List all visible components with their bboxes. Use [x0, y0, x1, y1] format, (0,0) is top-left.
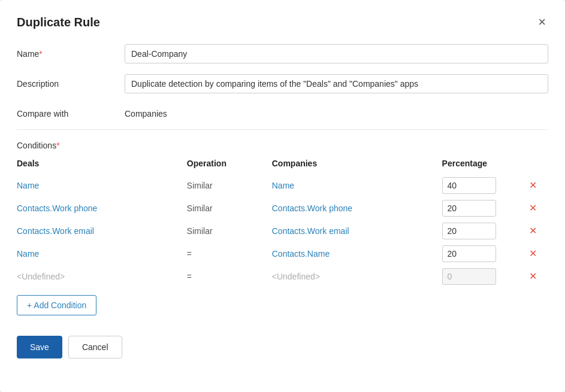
duplicate-rule-modal: Duplicate Rule × Name* Description Compa…: [0, 0, 565, 392]
delete-condition-button[interactable]: ✕: [527, 226, 539, 236]
col-header-deals: Deals: [17, 159, 187, 174]
table-row: <Undefined>=<Undefined>✕: [17, 265, 548, 288]
name-input[interactable]: [125, 44, 548, 63]
description-row: Description: [17, 74, 548, 93]
percentage-input[interactable]: [442, 245, 496, 262]
percentage-input[interactable]: [442, 268, 496, 285]
col-header-action: [527, 159, 548, 174]
deals-field-value[interactable]: Name: [17, 249, 39, 259]
col-header-percentage: Percentage: [442, 159, 527, 174]
description-label: Description: [17, 74, 125, 89]
delete-condition-button[interactable]: ✕: [527, 272, 539, 281]
modal-header: Duplicate Rule ×: [17, 14, 548, 30]
compare-with-row: Compare with Companies: [17, 104, 548, 118]
conditions-label: Conditions*: [17, 141, 548, 150]
percentage-input[interactable]: [442, 223, 496, 239]
companies-field-value[interactable]: Contacts.Work phone: [272, 203, 352, 213]
name-label: Name*: [17, 44, 125, 59]
operation-value: Similar: [187, 203, 213, 213]
operation-value: Similar: [187, 226, 213, 236]
name-row: Name*: [17, 44, 548, 63]
companies-field-value[interactable]: Contacts.Name: [272, 249, 330, 259]
deals-field-value[interactable]: Name: [17, 181, 39, 190]
save-button[interactable]: Save: [17, 336, 62, 358]
deals-field-value[interactable]: Contacts.Work phone: [17, 203, 97, 213]
table-row: Contacts.Work emailSimilarContacts.Work …: [17, 220, 548, 242]
col-header-operation: Operation: [187, 159, 272, 174]
companies-field-value[interactable]: Contacts.Work email: [272, 226, 349, 236]
deals-field-value[interactable]: Contacts.Work email: [17, 226, 94, 236]
percentage-input[interactable]: [442, 177, 496, 194]
delete-condition-button[interactable]: ✕: [527, 181, 539, 190]
delete-condition-button[interactable]: ✕: [527, 249, 539, 259]
name-required-star: *: [39, 49, 42, 59]
table-row: Name=Contacts.Name✕: [17, 242, 548, 265]
footer-buttons: Save Cancel: [17, 336, 548, 358]
col-header-companies: Companies: [272, 159, 442, 174]
percentage-input[interactable]: [442, 200, 496, 217]
conditions-table: Deals Operation Companies Percentage Nam…: [17, 159, 548, 288]
table-row: NameSimilarName✕: [17, 174, 548, 197]
compare-with-label: Compare with: [17, 104, 125, 118]
companies-field-value[interactable]: <Undefined>: [272, 272, 320, 281]
table-header-row: Deals Operation Companies Percentage: [17, 159, 548, 174]
delete-condition-button[interactable]: ✕: [527, 203, 539, 213]
table-row: Contacts.Work phoneSimilarContacts.Work …: [17, 197, 548, 220]
description-input[interactable]: [125, 74, 548, 93]
compare-with-value: Companies: [125, 104, 167, 118]
divider: [17, 129, 548, 130]
conditions-section: Conditions* Deals Operation Companies Pe…: [17, 141, 548, 330]
companies-field-value[interactable]: Name: [272, 181, 294, 190]
add-condition-button[interactable]: + Add Condition: [17, 295, 96, 315]
close-button[interactable]: ×: [536, 14, 548, 30]
operation-value: Similar: [187, 181, 213, 190]
cancel-button[interactable]: Cancel: [68, 336, 122, 358]
deals-field-value[interactable]: <Undefined>: [17, 272, 65, 281]
operation-value: =: [187, 249, 192, 259]
modal-title: Duplicate Rule: [17, 16, 100, 29]
operation-value: =: [187, 272, 192, 281]
conditions-required-star: *: [56, 141, 59, 150]
